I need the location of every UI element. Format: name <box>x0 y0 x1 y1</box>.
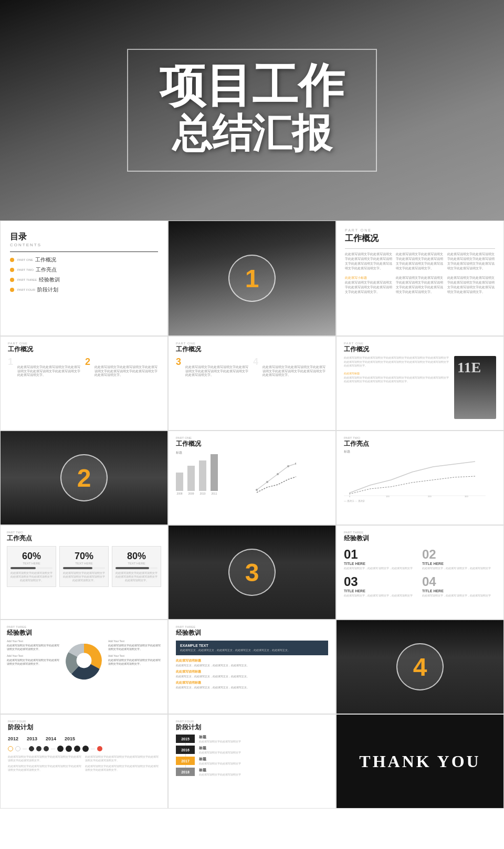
toc-item-2: PART TWO 工作亮点 <box>10 266 158 274</box>
bar-group-2009: 2009 <box>187 466 195 495</box>
num-big-01: 01 <box>344 547 418 562</box>
lessons-slide: PART THREE 经验教训 01 TITLE HERE 此处填写说明文字，此… <box>336 525 504 620</box>
prog-item-2: 70% TEXT HERE 此处填写说明文字此处填写说明文字此处填写说明文字此处… <box>59 546 109 587</box>
tl-year-2016: 2016 <box>176 746 195 754</box>
wo-num-3: 3 <box>176 357 181 366</box>
pie-chart-slide: PART THREE 经验教训 Add Your Text 此处填写说明文字此处… <box>0 620 168 714</box>
chart-legend: — 系列1 - - 系列2 <box>344 499 496 502</box>
progress-slide: PART TWO 工作亮点 60% TEXT HERE 此处填写说明文字此处填写… <box>0 525 168 620</box>
num-items-grid: 01 TITLE HERE 此处填写说明文字，此处填写 说明文字，此处填写说明文… <box>344 547 496 598</box>
tl-title-2018: 标题 <box>199 768 241 773</box>
toc-dot-2 <box>10 268 14 272</box>
bar-group-2008: 2008 <box>176 473 183 495</box>
svg-point-0 <box>256 489 258 491</box>
bar-2008 <box>176 473 183 491</box>
bar-2010 <box>199 460 206 491</box>
bar-group-2011: 2011 <box>211 454 218 495</box>
phase-desc-3: 此处填写说明文字此处填写说明文字此处填写说明文字此处填写说明文字此处填写说明文字… <box>8 764 83 772</box>
num-title-04: TITLE HERE <box>422 589 496 593</box>
cover-box: 项目工作 总结汇报 <box>127 49 377 172</box>
part-one-label: PART ONE <box>345 228 495 232</box>
part-divider <box>345 248 495 249</box>
bar-2011 <box>211 454 218 491</box>
ph-circle-8 <box>74 746 80 752</box>
number-4: 4 <box>413 653 427 682</box>
phase-circles-row <box>8 746 160 752</box>
ph-circle-4 <box>36 746 41 751</box>
wo-item-1: 1 此处填写说明文字此处填写说明文字此处填写说明文字此处填写说明文字此处填写说明… <box>8 357 83 378</box>
prog-title: 工作亮点 <box>7 534 161 543</box>
num-desc-02: 此处填写说明文字，此处填写 说明文字，此处填写说明文字 <box>422 567 496 570</box>
pie-add-text-2: Add Your Text <box>7 654 60 657</box>
toc-item-3: PART THREE 经验教训 <box>10 276 158 284</box>
number-slide-2: 2 <box>0 431 168 525</box>
tl-content-2015: 标题 此处填写说明文字此处填写说明文字 <box>199 735 241 743</box>
tl-title-2015: 标题 <box>199 735 241 740</box>
num-desc-04: 此处填写说明文字，此处填写 说明文字，此处填写说明文字 <box>422 594 496 598</box>
toc-label-1: 工作概况 <box>35 256 56 264</box>
example-box-text: 此处填写正文，此处填写正文，此处填写正文，此处填写正文，此处填写正文，此处填写正… <box>180 648 324 652</box>
tl-item-2017: 2017 标题 此处填写说明文字此处填写说明文字 <box>176 757 328 765</box>
line-subtitle: 标题 <box>344 449 496 454</box>
number-circle-2: 2 <box>60 454 108 501</box>
pie-desc-4: 此处填写说明文字此处填写说明文字此处填写说明文字此处填写说明文字。 <box>108 658 161 666</box>
wo3-image: 11E <box>454 356 496 419</box>
pie-labels-left: Add Your Text 此处填写说明文字此处填写说明文字此处填写说明文字此处… <box>7 640 60 666</box>
toc-part-3: PART THREE <box>17 278 37 281</box>
pie-add-text-1: Add Your Text <box>7 640 60 643</box>
ph-sep-3 <box>91 749 95 749</box>
num-title-03: TITLE HERE <box>344 589 418 593</box>
ph-circle-3 <box>29 746 34 751</box>
progress-items: 60% TEXT HERE 此处填写说明文字此处填写说明文字此处填写说明文字此处… <box>7 546 161 587</box>
pie-add-text-3: Add Your Text <box>108 640 161 643</box>
toc-item-4: PART FOUR 阶段计划 <box>10 286 158 294</box>
tl-year-text-2017: 2017 <box>181 759 190 763</box>
highlight-1: 此处填写说明标题 此处填写正文，此处填写正文，此处填写正文，此处填写正文。 <box>176 658 328 667</box>
num-item-04: 04 TITLE HERE 此处填写说明文字，此处填写 说明文字，此处填写说明文… <box>422 574 496 598</box>
prog-label-2: TEXT HERE <box>63 562 105 565</box>
number-2: 2 <box>77 464 91 492</box>
num-item-02: 02 TITLE HERE 此处填写说明文字，此处填写 说明文字，此处填写说明文… <box>422 547 496 570</box>
prog-label-3: TEXT HERE <box>116 562 158 565</box>
ph-circle-7 <box>66 746 72 752</box>
hl-text-3: 此处填写正文，此处填写正文，此处填写正文，此处填写正文。 <box>176 686 328 689</box>
bar-label-2011: 2011 <box>211 492 217 495</box>
num-big-03: 03 <box>344 574 418 589</box>
ph-circle-2 <box>15 746 20 751</box>
svg-text:300: 300 <box>465 495 468 498</box>
phase-year-2015: 2015 <box>65 736 75 741</box>
example-box: EXAMPLE TEXT 此处填写正文，此处填写正文，此处填写正文，此处填写正文… <box>176 641 328 655</box>
toc-slide: 目录 CONTENTS PART ONE 工作概况 PART TWO 工作亮点 … <box>0 221 168 336</box>
tl-item-2015: 2015 标题 此处填写说明文字此处填写说明文字 <box>176 735 328 743</box>
hl-label-3: 此处填写说明标题 <box>176 680 328 685</box>
phase-desc-2: 此处填写说明文字此处填写说明文字此处填写说明文字此处填写说明文字此处填写说明文字… <box>85 755 160 762</box>
phase-desc-1: 此处填写说明文字此处填写说明文字此处填写说明文字此处填写说明文字此处填写说明文字… <box>8 755 83 762</box>
text-col-1: 此处填写说明文字此处填写说明文字此处填写说明文字此处填写说明文字此处填写说明文字… <box>345 252 393 295</box>
num-desc-01: 此处填写说明文字，此处填写 说明文字，此处填写说明文字 <box>344 567 418 570</box>
work-overview-2: PART ONE 工作概况 3 此处填写说明文字此处填写说明文字此处填写说明文字… <box>168 336 336 431</box>
bar-chart-slide: PART ONE 工作概况 标题 2008 2009 2010 2011 <box>168 431 336 525</box>
part-one-title: 工作概况 <box>345 233 495 244</box>
toc-part-4: PART FOUR <box>17 288 35 291</box>
tl-item-2018: 2018 标题 此处填写说明文字此处填写说明文字 <box>176 768 328 776</box>
svg-text:100: 100 <box>386 495 390 498</box>
tl-content-2016: 标题 此处填写说明文字此处填写说明文字 <box>199 746 241 754</box>
timeline-slide: PART FOUR 阶段计划 2015 标题 此处填写说明文字此处填写说明文字 … <box>168 714 336 809</box>
num-item-03: 03 TITLE HERE 此处填写说明文字，此处填写 说明文字，此处填写说明文… <box>344 574 418 598</box>
phase-title: 阶段计划 <box>8 723 160 732</box>
tl-year-2017: 2017 <box>176 757 195 765</box>
wo-title-1: 工作概况 <box>8 345 160 354</box>
thankyou-slide: THANK YOU <box>336 714 504 809</box>
prog-bar-bg-1 <box>10 567 52 569</box>
line-chart-svg <box>254 458 296 495</box>
tl-title-2016: 标题 <box>199 746 241 751</box>
ph-circle-6 <box>57 746 64 752</box>
part-text-block: 此处填写说明文字此处填写说明文字此处填写说明文字此处填写说明文字此处填写说明文字… <box>345 252 495 295</box>
text-col-2: 此处填写说明文字此处填写说明文字此处填写说明文字此处填写说明文字此处填写说明文字… <box>396 252 444 295</box>
tl-year-text-2016: 2016 <box>181 748 190 752</box>
toc-label-4: 阶段计划 <box>37 286 58 294</box>
part-header-slide-1: PART ONE 工作概况 此处填写说明文字此处填写说明文字此处填写说明文字此处… <box>336 221 504 336</box>
svg-point-1 <box>266 481 268 483</box>
timeline-container: 2015 标题 此处填写说明文字此处填写说明文字 2016 标题 此处填写说明文… <box>176 735 328 776</box>
pie-desc-3: 此处填写说明文字此处填写说明文字此处填写说明文字此处填写说明文字。 <box>108 644 161 651</box>
